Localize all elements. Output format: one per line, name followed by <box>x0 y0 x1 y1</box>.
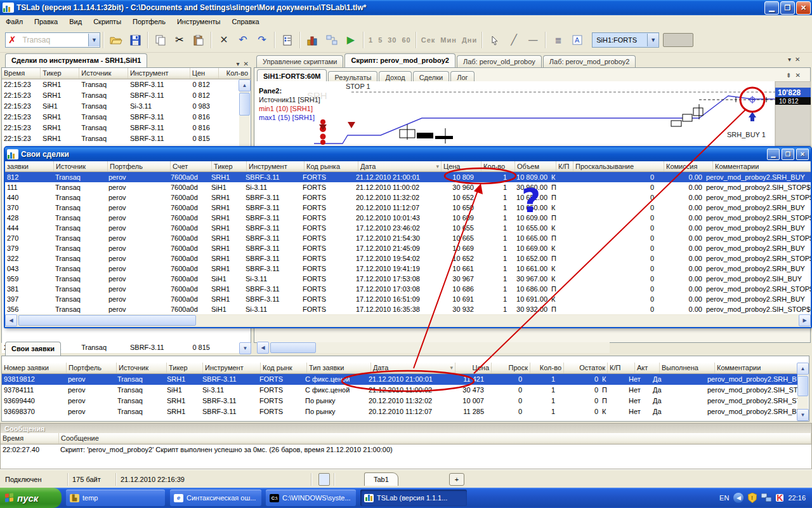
script-tab[interactable]: Скрипт: perov_mod_proboy2 <box>344 53 455 67</box>
table-row[interactable]: 93698370perovTransaqSRH1SBRF-3.11FORTSПо… <box>2 406 798 417</box>
menu-item[interactable]: Инструменты <box>171 17 226 27</box>
column-header[interactable]: Цена <box>455 363 492 373</box>
menu-item[interactable]: Вид <box>63 17 88 27</box>
column-header[interactable]: Дата <box>358 161 442 171</box>
panel-close-icon[interactable]: ✕ <box>244 60 249 67</box>
cursor-tool-button[interactable] <box>485 30 504 50</box>
menu-item[interactable]: Справка <box>226 17 265 27</box>
interval-button[interactable]: 5 <box>378 36 383 44</box>
column-header[interactable]: Время <box>1 433 59 444</box>
trades-panel-tab[interactable]: Сделки по инструментам - SRH1,SiH1 <box>5 53 147 67</box>
trades-scrollbar[interactable]: ▲ <box>239 79 250 150</box>
chevron-down-icon[interactable]: ▼ <box>647 34 658 46</box>
column-header[interactable]: Код рынка <box>304 161 358 171</box>
delete-button[interactable]: ✕ <box>214 30 233 50</box>
column-header[interactable]: Инструмент <box>203 363 261 373</box>
deals-window-titlebar[interactable]: Свои сделки ▁ ❐ ✕ <box>5 147 811 161</box>
taskbar-item-temp[interactable]: ▙ temp <box>66 490 165 506</box>
column-header[interactable]: Комментарии <box>715 363 798 373</box>
column-header[interactable]: Сообщение <box>59 433 811 444</box>
workspace-tab[interactable]: Tab1 <box>364 472 398 486</box>
language-indicator[interactable]: EN <box>719 494 729 502</box>
table-row[interactable]: 356Transaqperov7600a0dSiH1Si-3.11FORTS17… <box>5 304 811 314</box>
close-button[interactable]: ✕ <box>796 1 811 15</box>
list-tool-button[interactable]: ≣ <box>549 30 568 50</box>
table-row[interactable]: 93819812perovTransaqSRH1SBRF-3.11FORTSС … <box>2 374 798 385</box>
table-row[interactable]: 379Transaqperov7600a0dSRH1SBRF-3.11FORTS… <box>5 243 811 253</box>
chart-button[interactable] <box>303 30 322 50</box>
security-shield-icon[interactable]: ! <box>748 493 757 503</box>
table-row[interactable]: 22:15:23SRH1TransaqSBRF-3.110 8161 <box>2 112 251 123</box>
scroll-up-icon[interactable]: ▲ <box>239 79 251 91</box>
layout-button[interactable] <box>322 30 341 50</box>
taskbar-item-browser[interactable]: e Синтаксическая ош... <box>170 490 261 506</box>
table-row[interactable]: 428Transaqperov7600a0dSRH1SBRF-3.11FORTS… <box>5 213 811 223</box>
table-row[interactable]: 111Transaqperov7600a0dSiH1Si-3.11FORTS21… <box>5 182 811 192</box>
network-icon[interactable] <box>761 493 771 502</box>
table-row[interactable]: 397Transaqperov7600a0dSRH1SBRF-3.11FORTS… <box>5 294 811 304</box>
table-row[interactable]: 370Transaqperov7600a0dSRH1SBRF-3.11FORTS… <box>5 203 811 213</box>
line-tool-button[interactable]: ╱ <box>504 30 523 50</box>
open-button[interactable] <box>107 30 126 50</box>
table-row[interactable]: 22:15:23SRH1TransaqSBRF-3.110 8151 <box>2 133 251 144</box>
table-row[interactable]: 440Transaqperov7600a0dSRH1SBRF-3.11FORTS… <box>5 192 811 203</box>
column-header[interactable]: Комиссия <box>664 161 713 171</box>
script-tab[interactable]: Лаб: perov_mod_proboy2 <box>543 55 636 67</box>
column-header[interactable]: Цен <box>190 68 219 79</box>
table-row[interactable]: 22:15:23SiH1TransaqSi-3.110 9836 <box>2 101 251 112</box>
log-icon[interactable] <box>318 473 330 486</box>
column-header[interactable]: Проск <box>492 363 530 373</box>
scroll-down-icon[interactable]: ▼ <box>797 409 809 421</box>
column-header[interactable]: заявки <box>5 161 54 171</box>
column-header[interactable]: Кол-во <box>530 363 564 373</box>
minimize-button[interactable]: ▁ <box>767 149 780 160</box>
script-tab[interactable]: Управление скриптами <box>256 55 343 67</box>
column-header[interactable]: Тикер <box>212 161 247 171</box>
column-header[interactable]: Время <box>2 68 41 79</box>
table-row[interactable]: 93699440perovTransaqSRH1SBRF-3.11FORTSПо… <box>2 396 798 406</box>
column-header[interactable]: Портфель <box>67 363 117 373</box>
table-row[interactable]: 959Transaqperov7600a0dSiH1Si-3.11FORTS17… <box>5 274 811 284</box>
symbol-combo[interactable]: SiH1:FORTS ▼ <box>592 32 659 48</box>
column-header[interactable]: Код рынк <box>261 363 307 373</box>
menu-item[interactable]: Правка <box>29 17 63 27</box>
messages-title[interactable]: Сообщения <box>1 424 811 433</box>
add-workspace-button[interactable]: + <box>449 473 464 486</box>
column-header[interactable]: Инструмент <box>247 161 304 171</box>
column-header[interactable]: Тикер <box>167 363 203 373</box>
table-row[interactable]: 22:15:23SRH1TransaqSBRF-3.110 8121 <box>2 90 251 101</box>
close-button[interactable]: ✕ <box>796 149 809 160</box>
scroll-left-icon[interactable]: ◀ <box>5 314 17 326</box>
deals-hscrollbar[interactable]: ◀ ▶ <box>5 315 811 326</box>
maximize-button[interactable]: ❐ <box>782 149 794 160</box>
kaspersky-icon[interactable]: K <box>776 494 783 502</box>
copy-button[interactable] <box>151 30 170 50</box>
panel-close-icon[interactable]: ✕ <box>795 56 800 63</box>
scroll-right-icon[interactable]: ▶ <box>799 314 811 326</box>
menu-item[interactable]: Файл <box>0 17 29 27</box>
column-header[interactable]: Проскальзывание <box>573 161 664 171</box>
taskbar-item-cmd[interactable]: C:\ C:\WINDOWS\syste... <box>266 490 356 506</box>
column-header[interactable]: Кол-во <box>219 68 251 79</box>
chevron-down-icon[interactable]: ▼ <box>88 34 100 46</box>
restore-button[interactable]: ❐ <box>780 1 795 15</box>
scroll-up-icon[interactable]: ▲ <box>797 363 809 375</box>
unit-button[interactable]: Дни <box>462 36 477 44</box>
table-row[interactable]: 322Transaqperov7600a0dSRH1SBRF-3.11FORTS… <box>5 253 811 264</box>
table-row[interactable]: 22:15:23SRH1TransaqSBRF-3.110 8161 <box>2 123 251 133</box>
table-row[interactable]: 22:15:23SRH1TransaqSBRF-3.110 8122 <box>2 79 251 90</box>
panel-expand-icon[interactable]: ⇟ <box>786 72 791 79</box>
cut-button[interactable]: ✂ <box>170 30 189 50</box>
color-swatch-button[interactable] <box>663 33 693 47</box>
start-button[interactable]: пуск <box>0 488 62 508</box>
panel-menu-icon[interactable]: ▾ <box>237 60 240 67</box>
taskbar-item-tslab[interactable]: TSLab (версия 1.1.1... <box>360 490 467 506</box>
column-header[interactable]: К/П <box>608 363 635 373</box>
unit-button[interactable]: Сек <box>421 36 436 44</box>
table-row[interactable]: 22:02:27.40Скрипт: 'perov_mod_proboy2' С… <box>1 444 811 455</box>
orders-panel-tab[interactable]: Свои заявки <box>5 342 61 356</box>
interval-button[interactable]: 30 <box>388 36 396 44</box>
undo-button[interactable]: ↶ <box>233 30 252 50</box>
column-header[interactable]: Тип заявки <box>307 363 371 373</box>
column-header[interactable]: Источник <box>79 68 128 79</box>
